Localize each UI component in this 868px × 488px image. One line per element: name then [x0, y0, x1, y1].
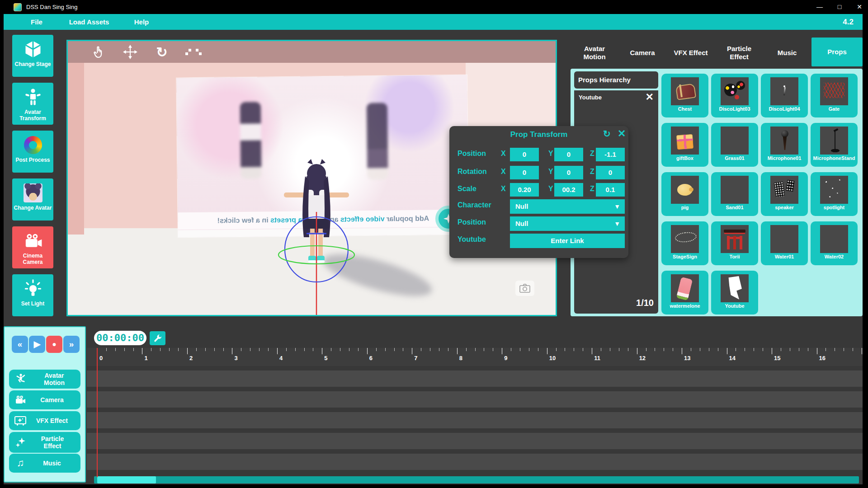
ruler-minor-tick: [475, 348, 476, 351]
prop-tile-Sand01[interactable]: Sand01: [711, 172, 758, 216]
tab-camera[interactable]: Camera: [621, 40, 664, 66]
record-button[interactable]: ●: [46, 336, 62, 353]
ruler-tick: [637, 348, 637, 354]
set-light-button[interactable]: Set Light: [12, 274, 53, 316]
timeline-settings-button[interactable]: [150, 331, 165, 345]
ruler-minor-tick: [826, 348, 826, 351]
snapshot-camera-icon[interactable]: [515, 281, 534, 296]
prop-tile-StageSign[interactable]: StageSign: [661, 221, 708, 265]
prop-tile-DiscoLight04[interactable]: DiscoLight04: [761, 74, 808, 117]
tab-particle-effect[interactable]: Particle Effect: [718, 40, 760, 66]
dancer-icon: [13, 373, 28, 385]
ruler-tick: [682, 348, 682, 354]
track-lane-avatar-motion[interactable]: [87, 371, 863, 387]
track-lane-camera[interactable]: [87, 391, 863, 408]
ruler-minor-tick: [241, 348, 241, 351]
hierarchy-item-youtube[interactable]: Youtube: [579, 94, 602, 101]
tab-avatar-motion[interactable]: Avatar Motion: [573, 40, 616, 66]
prop-tile-Torii[interactable]: Torii: [711, 221, 758, 265]
attach-position-dropdown[interactable]: Null ▼: [510, 216, 625, 231]
rotation-z-field[interactable]: 0: [596, 166, 625, 179]
character-dropdown[interactable]: Null ▼: [510, 199, 625, 214]
track-lane-particle-effect[interactable]: [87, 433, 863, 449]
timeline-scrollbar-track[interactable]: [94, 476, 859, 483]
hand-tool-icon[interactable]: [90, 44, 107, 60]
hierarchy-item-close-icon[interactable]: ✕: [646, 91, 654, 103]
prop-tile-Gate[interactable]: Gate: [811, 74, 858, 117]
prop-tile-giftBox[interactable]: giftBox: [661, 123, 708, 167]
prop-tile-spotlight[interactable]: spotlight: [811, 172, 858, 216]
cinema-camera-button[interactable]: Cinema Camera: [12, 226, 53, 268]
track-button-particle-effect[interactable]: Particle Effect: [9, 432, 80, 453]
transform-gizmo[interactable]: [262, 198, 371, 315]
prop-tile-Water02[interactable]: Water02: [811, 221, 858, 265]
viewport-toolbar: ↻: [68, 41, 556, 63]
ruler-minor-tick: [106, 348, 107, 351]
change-avatar-button[interactable]: Change Avatar: [12, 178, 53, 221]
skip-back-button[interactable]: «: [12, 336, 28, 353]
track-lane-music[interactable]: [87, 454, 863, 470]
rotation-x-field[interactable]: 0: [510, 166, 539, 179]
scale-x-field[interactable]: 0.20: [510, 183, 539, 197]
ruler-minor-tick: [205, 348, 206, 351]
prop-tile-Grass01[interactable]: Grass01: [711, 123, 758, 167]
rotate-tool-icon[interactable]: ↻: [154, 44, 170, 60]
dialog-title: Prop Transform: [449, 130, 628, 139]
track-button-camera[interactable]: Camera: [9, 390, 80, 409]
micstand-thumbnail: [820, 127, 848, 155]
menu-file[interactable]: File: [22, 14, 52, 30]
prop-tile-speaker[interactable]: speaker: [761, 172, 808, 216]
position-z-field[interactable]: -1.1: [596, 148, 625, 161]
post-process-button[interactable]: Post Process: [12, 131, 53, 173]
ruler-minor-tick: [259, 348, 259, 351]
ruler-label: 4: [279, 355, 283, 361]
prop-tile-Youtube[interactable]: Youtube: [711, 271, 758, 314]
move-tool-icon[interactable]: [122, 44, 138, 60]
prop-tile-Water01[interactable]: Water01: [761, 221, 808, 265]
track-button-music[interactable]: ♫ Music: [9, 454, 80, 473]
ruler-minor-tick: [691, 348, 691, 351]
scale-z-field[interactable]: 0.1: [596, 183, 625, 197]
tab-music[interactable]: Music: [766, 40, 808, 66]
track-button-avatar-motion[interactable]: Avatar Motion: [9, 370, 80, 389]
track-label: Camera: [28, 396, 76, 404]
scale-y-field[interactable]: 00.2: [554, 183, 583, 197]
scale-tool-icon[interactable]: [185, 44, 202, 60]
ruler-tick: [367, 348, 368, 354]
track-button-vfx-effect[interactable]: VFX Effect: [9, 411, 80, 430]
refresh-icon[interactable]: ↻: [603, 128, 611, 139]
play-button[interactable]: ▶: [29, 336, 45, 353]
minimize-button[interactable]: —: [813, 2, 826, 12]
avatar-transform-button[interactable]: Avatar Transform: [12, 83, 53, 125]
menu-load-assets[interactable]: Load Assets: [57, 14, 121, 30]
skip-forward-button[interactable]: »: [63, 336, 80, 353]
position-x-field[interactable]: 0: [510, 148, 539, 161]
change-stage-button[interactable]: Change Stage: [12, 35, 53, 77]
avatar-transform-label: Avatar Transform: [14, 109, 52, 122]
menu-help[interactable]: Help: [127, 14, 156, 30]
ruler-minor-tick: [286, 348, 287, 351]
prop-tile-MicrophoneStand[interactable]: MicrophoneStand: [811, 123, 858, 167]
prop-tile-Chest[interactable]: Chest: [661, 74, 708, 117]
tab-vfx-effect[interactable]: VFX Effect: [668, 40, 713, 66]
ruler-minor-tick: [619, 348, 619, 351]
playhead[interactable]: [97, 348, 98, 477]
position-y-field[interactable]: 0: [554, 148, 583, 161]
enter-link-button[interactable]: Enter Link: [510, 234, 625, 248]
timeline-scrollbar-thumb[interactable]: [97, 476, 156, 483]
prop-tile-pig[interactable]: pig: [661, 172, 708, 216]
ruler-tick: [277, 348, 278, 354]
prop-tile-watermelone[interactable]: watermelone: [661, 271, 708, 314]
track-lane-vfx-effect[interactable]: [87, 412, 863, 428]
maximize-button[interactable]: □: [833, 2, 846, 12]
prop-tile-DiscoLight03[interactable]: DiscoLight03: [711, 74, 758, 117]
rotation-y-field[interactable]: 0: [554, 166, 583, 179]
ruler-label: 1: [144, 355, 147, 361]
axis-z-label: Z: [590, 168, 594, 176]
dialog-close-icon[interactable]: ✕: [618, 128, 626, 140]
prop-tile-Microphone01[interactable]: Microphone01: [761, 123, 808, 167]
close-button[interactable]: ✕: [853, 2, 866, 12]
tab-props[interactable]: Props: [811, 38, 863, 66]
ruler-minor-tick: [628, 348, 628, 351]
timeline-ruler[interactable]: 01234567891011121314151617: [87, 348, 863, 366]
